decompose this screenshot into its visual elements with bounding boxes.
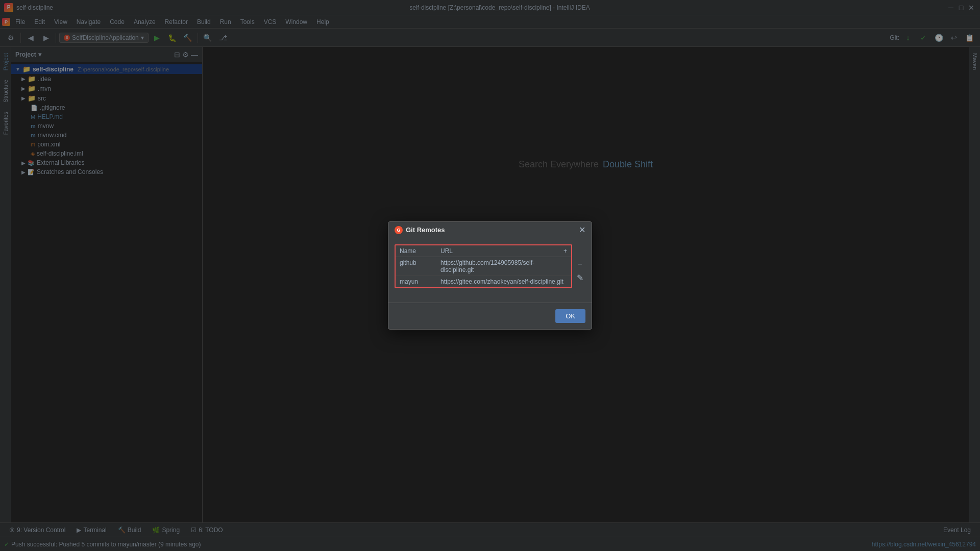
dialog-title-left: G Git Remotes <box>395 226 445 234</box>
ok-button[interactable]: OK <box>555 309 585 323</box>
add-remote-btn[interactable]: + <box>557 247 567 255</box>
remote-row-mayun[interactable]: mayun https://gitee.com/zhaokeyan/self-d… <box>396 276 571 287</box>
remote-url-mayun: https://gitee.com/zhaokeyan/self-discipl… <box>440 278 567 285</box>
dialog-body: Name URL + github https://github.com/124… <box>388 238 592 303</box>
dialog-footer: OK <box>388 303 592 329</box>
dialog-close-button[interactable]: ✕ <box>579 226 585 234</box>
remote-name-github: github <box>400 259 440 273</box>
remote-url-github: https://github.com/124905985/self-discip… <box>440 259 567 273</box>
remotes-table-container: Name URL + github https://github.com/124… <box>395 244 572 288</box>
col-url-header: URL <box>440 247 557 255</box>
table-side-actions: − ✎ <box>574 244 585 288</box>
dialog-title: Git Remotes <box>406 226 445 234</box>
dialog-note <box>395 288 585 296</box>
remote-name-mayun: mayun <box>400 278 440 285</box>
dialog-titlebar: G Git Remotes ✕ <box>388 222 592 238</box>
remotes-table-wrapper: Name URL + github https://github.com/124… <box>395 244 585 288</box>
modal-overlay: G Git Remotes ✕ Name URL + github <box>0 0 980 551</box>
col-name-header: Name <box>400 247 440 255</box>
remote-row-github[interactable]: github https://github.com/124905985/self… <box>396 257 571 276</box>
remove-remote-btn[interactable]: − <box>574 259 585 270</box>
remotes-table-header: Name URL + <box>396 245 571 257</box>
git-remotes-dialog: G Git Remotes ✕ Name URL + github <box>388 221 592 330</box>
edit-remote-btn[interactable]: ✎ <box>574 272 585 283</box>
git-logo: G <box>395 226 403 234</box>
